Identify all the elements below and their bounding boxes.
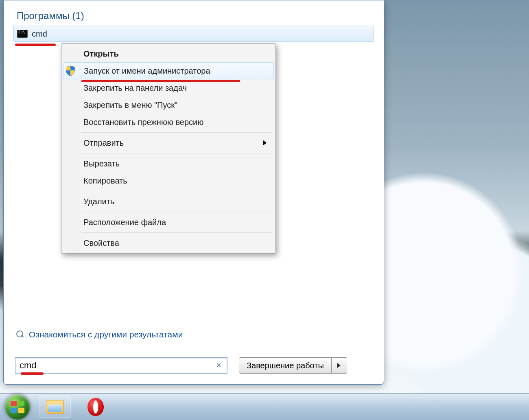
context-menu-item-label: Восстановить прежнюю версию xyxy=(83,118,203,127)
section-divider xyxy=(89,16,376,16)
search-result-label: cmd xyxy=(32,29,47,39)
taskbar-opera[interactable] xyxy=(80,396,111,418)
start-button[interactable] xyxy=(5,394,30,420)
context-menu-item[interactable]: Копировать xyxy=(63,172,274,189)
shutdown-label: Завершение работы xyxy=(247,361,324,370)
results-section-header: Программы (1) xyxy=(17,10,376,22)
start-search-box[interactable]: × xyxy=(15,357,227,374)
context-menu-item[interactable]: Отправить xyxy=(63,134,274,151)
taskbar-explorer[interactable] xyxy=(39,396,71,418)
context-menu-item[interactable]: Вырезать xyxy=(63,155,274,172)
context-menu-item[interactable]: Запуск от имени администратора xyxy=(63,62,274,79)
shutdown-options-button[interactable] xyxy=(332,357,347,374)
context-menu-item[interactable]: Свойства xyxy=(63,234,274,252)
chevron-right-icon xyxy=(337,363,341,368)
context-menu-item-label: Открыть xyxy=(83,49,119,59)
clear-search-button[interactable]: × xyxy=(214,360,223,371)
annotation-underline xyxy=(81,80,240,82)
opera-icon xyxy=(87,398,104,416)
context-menu-separator xyxy=(81,132,272,133)
search-result-cmd[interactable]: cmd xyxy=(13,26,374,42)
context-menu-item[interactable]: Восстановить прежнюю версию xyxy=(63,114,274,131)
context-menu-item[interactable]: Удалить xyxy=(63,193,274,210)
context-menu-item-label: Закрепить в меню "Пуск" xyxy=(83,101,177,110)
more-results-label: Ознакомиться с другими результатами xyxy=(29,330,183,339)
context-menu-item-label: Расположение файла xyxy=(83,218,166,227)
context-menu-item-label: Запуск от имени администратора xyxy=(84,66,210,76)
context-menu-item[interactable]: Закрепить в меню "Пуск" xyxy=(63,96,274,114)
more-results-link[interactable]: Ознакомиться с другими результатами xyxy=(16,330,183,339)
chevron-right-icon xyxy=(263,140,267,145)
annotation-underline xyxy=(15,44,56,46)
taskbar xyxy=(0,393,529,420)
context-menu-separator xyxy=(81,232,272,233)
search-icon xyxy=(16,330,25,339)
context-menu-item-label: Вырезать xyxy=(83,159,120,168)
context-menu: ОткрытьЗапуск от имени администратораЗак… xyxy=(61,43,276,254)
cmd-icon xyxy=(17,30,28,38)
context-menu-item-label: Отправить xyxy=(83,138,124,148)
context-menu-item[interactable]: Расположение файла xyxy=(63,214,274,231)
start-menu-bottom-row: × Завершение работы xyxy=(15,356,376,375)
search-input[interactable] xyxy=(20,360,214,371)
file-explorer-icon xyxy=(46,400,64,414)
context-menu-item-label: Копировать xyxy=(83,176,127,186)
uac-shield-icon xyxy=(66,66,75,76)
context-menu-item-label: Свойства xyxy=(83,238,119,248)
windows-logo-icon xyxy=(11,401,24,413)
context-menu-separator xyxy=(81,212,272,212)
context-menu-separator xyxy=(81,191,272,191)
results-section-title: Программы (1) xyxy=(17,10,84,22)
shutdown-button[interactable]: Завершение работы xyxy=(239,357,332,374)
context-menu-item-label: Удалить xyxy=(83,197,114,206)
annotation-underline xyxy=(21,372,44,375)
context-menu-item-label: Закрепить на панели задач xyxy=(83,83,187,93)
shutdown-group: Завершение работы xyxy=(239,357,347,374)
context-menu-item[interactable]: Открыть xyxy=(63,45,274,62)
context-menu-separator xyxy=(81,153,272,153)
